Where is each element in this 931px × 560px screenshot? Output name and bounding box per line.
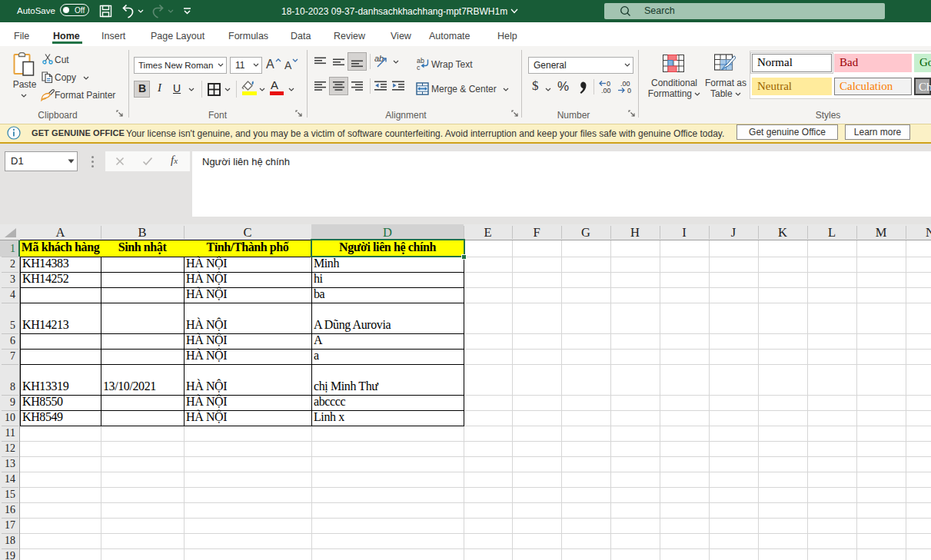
svg-text:.00: .00 xyxy=(601,87,611,94)
svg-text:c: c xyxy=(417,64,421,71)
svg-text:0: 0 xyxy=(627,87,631,94)
